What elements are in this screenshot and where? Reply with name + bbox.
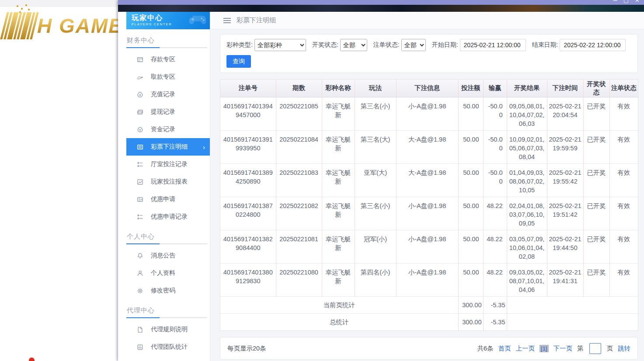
table-cell: 大-A盘@1.98 xyxy=(396,130,458,163)
table-row: 40156917401382908440020250221081幸运飞艇新冠军(… xyxy=(220,230,638,263)
table-cell: 2025-02-21 19:59:59 xyxy=(547,130,583,163)
table-row: 40156917401380912983020250221080幸运飞艇新第四名… xyxy=(220,263,638,296)
page-jump-input[interactable] xyxy=(589,343,601,354)
summary-row: 总统计300.00-5.35 xyxy=(220,313,638,330)
bet-table-card: 注单号期数彩种名称玩法下注信息投注额输赢开奖结果下注时间开奖状态注单状态4015… xyxy=(220,79,638,331)
bet-list-icon xyxy=(136,143,144,151)
table-cell: 第三名(小) xyxy=(355,97,396,130)
table-cell: 2025-02-21 19:44:50 xyxy=(547,230,583,263)
sidebar-item[interactable]: 优惠申请 xyxy=(126,191,210,208)
hamburger-menu-icon[interactable] xyxy=(223,18,231,23)
sidebar-item[interactable]: 修改密码 xyxy=(126,282,210,299)
document-icon xyxy=(136,326,144,333)
logo-bars-icon xyxy=(0,12,38,39)
table-cell: 10,09,02,01,05,06,07,03,08,04 xyxy=(507,130,547,163)
table-cell: 已开奖 xyxy=(583,230,609,263)
close-icon[interactable]: ✕ xyxy=(635,0,640,3)
table-cell: 20250221085 xyxy=(276,97,322,130)
table-cell: 2025-02-21 19:55:42 xyxy=(547,163,583,197)
table-row: 40156917401391993995020250221084幸运飞艇新第三名… xyxy=(220,130,638,163)
table-cell: 02,04,01,08,03,07,06,10,09,05 xyxy=(507,197,547,230)
maximize-icon[interactable]: ▢ xyxy=(623,0,629,3)
filter-panel: 彩种类型: 全部彩种 开奖状态: 全部 注单状态: xyxy=(220,34,638,73)
summary-label: 当前页统计 xyxy=(220,296,458,313)
summary-bet-total: 300.00 xyxy=(458,313,483,330)
start-date-input[interactable] xyxy=(460,39,526,51)
current-page-indicator: [1] xyxy=(540,345,548,352)
sidebar-item[interactable]: 代理规则说明 xyxy=(126,321,210,338)
summary-empty-cell xyxy=(507,296,638,313)
table-cell: 401569174013919939950 xyxy=(220,130,276,163)
table-cell: 09,03,05,02,08,07,10,01,04,06 xyxy=(507,263,547,296)
table-cell: 有效 xyxy=(609,97,638,130)
table-cell: 有效 xyxy=(609,163,638,197)
floating-service-icon[interactable] xyxy=(29,358,35,361)
sidebar-item[interactable]: 厅室投注记录 xyxy=(126,156,210,173)
draw-status-select[interactable]: 全部 xyxy=(340,39,367,51)
sidebar-item[interactable]: 代理团队统计 xyxy=(126,338,210,356)
sidebar-item[interactable]: 玩家投注报表 xyxy=(126,173,210,191)
moneybag-icon xyxy=(136,91,144,98)
first-page-link[interactable]: 首页 xyxy=(498,344,511,353)
total-count-text: 共6条 xyxy=(477,344,493,353)
sidebar-item[interactable]: 资金记录 xyxy=(126,121,210,138)
funds-bag-icon xyxy=(136,126,144,133)
sidebar-item[interactable]: 取款专区 xyxy=(126,68,210,86)
table-row: 40156917401394945700020250221085幸运飞艇新第三名… xyxy=(220,97,638,130)
sidebar-item[interactable]: 个人资料 xyxy=(126,264,210,282)
main-content: 彩票下注明细 彩种类型: 全部彩种 开奖状态: 全 xyxy=(210,12,644,361)
cash-icon xyxy=(136,108,144,116)
summary-label: 总统计 xyxy=(220,313,458,330)
browser-titlebar: ─ ▢ ✕ xyxy=(118,0,644,5)
page-size-text: 每页显示20条 xyxy=(227,344,266,353)
lottery-type-select[interactable]: 全部彩种 xyxy=(254,39,306,51)
table-cell: 48.22 xyxy=(483,263,507,296)
table-cell: 大-A盘@1.98 xyxy=(396,163,458,197)
column-header: 开奖结果 xyxy=(507,80,547,97)
table-cell: 20250221082 xyxy=(276,197,322,230)
table-cell: 2025-02-21 19:51:42 xyxy=(547,197,583,230)
table-cell: 已开奖 xyxy=(583,197,609,230)
table-cell: 已开奖 xyxy=(583,97,609,130)
jump-button[interactable]: 跳转 xyxy=(618,344,630,353)
table-cell: 20250221083 xyxy=(276,163,322,197)
sidebar-item-label: 厅室投注记录 xyxy=(151,160,188,168)
bet-status-select[interactable]: 全部 xyxy=(401,39,426,51)
table-cell: 20250221080 xyxy=(276,263,322,296)
gear-icon xyxy=(136,287,144,295)
sidebar-item[interactable]: 充值记录 xyxy=(126,86,210,103)
sidebar-item[interactable]: 提现记录 xyxy=(126,103,210,121)
table-cell: 幸运飞艇新 xyxy=(322,197,355,230)
sidebar-item[interactable]: 消息公告 xyxy=(126,247,210,264)
person-icon xyxy=(136,270,144,277)
table-cell: 幸运飞艇新 xyxy=(322,130,355,163)
sidebar-section-title: 代理中心 xyxy=(127,306,210,315)
sidebar-item[interactable]: 优惠申请记录 xyxy=(126,208,210,226)
sidebar-item[interactable]: 存款专区 xyxy=(126,51,210,68)
query-button[interactable]: 查询 xyxy=(226,55,251,68)
column-header: 输赢 xyxy=(483,80,507,97)
table-cell: 幸运飞艇新 xyxy=(322,263,355,296)
prev-page-link[interactable]: 上一页 xyxy=(516,344,535,353)
table-cell: 已开奖 xyxy=(583,130,609,163)
end-date-input[interactable] xyxy=(560,39,626,51)
summary-bet-total: 300.00 xyxy=(458,296,483,313)
column-header: 彩种名称 xyxy=(322,80,355,97)
table-cell: 09,05,08,01,10,04,07,02,06,03 xyxy=(507,97,547,130)
page-banner xyxy=(118,5,644,12)
table-cell: 48.22 xyxy=(483,197,507,230)
table-cell: 有效 xyxy=(609,230,638,263)
table-cell: 50.00 xyxy=(458,130,483,163)
site-background: H GAME xyxy=(0,0,118,361)
table-cell: 第三名(大) xyxy=(355,130,396,163)
minimize-icon[interactable]: ─ xyxy=(613,0,617,3)
records-icon xyxy=(136,161,144,168)
sidebar-item[interactable]: 彩票下注明细› xyxy=(126,138,210,156)
summary-empty-cell xyxy=(507,313,638,330)
sidebar-item-label: 代理团队统计 xyxy=(151,343,188,351)
table-cell: 幸运飞艇新 xyxy=(322,230,355,263)
sidebar-item-label: 优惠申请记录 xyxy=(151,213,188,221)
table-cell: 第三名(小) xyxy=(355,197,396,230)
next-page-link[interactable]: 下一页 xyxy=(553,344,573,353)
report-chart-icon xyxy=(136,178,144,186)
